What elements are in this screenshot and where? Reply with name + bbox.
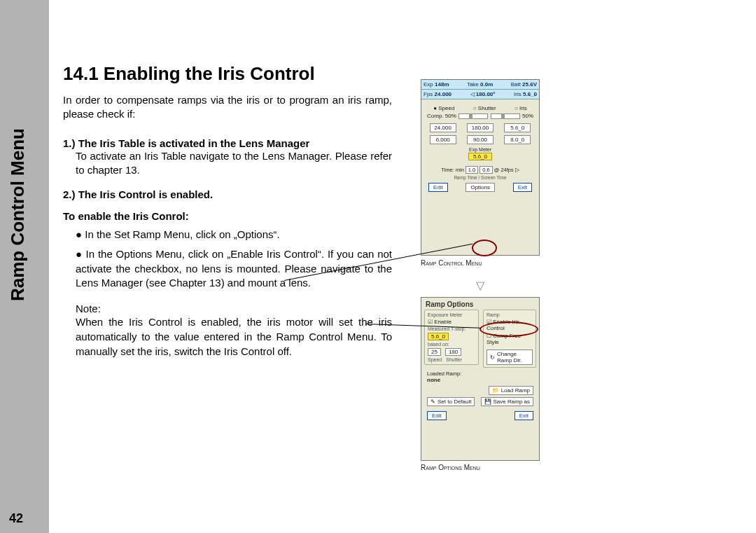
change-ramp-dir-button[interactable]: ↻ Change Ramp Dir. bbox=[486, 349, 533, 365]
shutter-sublabel: Shutter bbox=[446, 357, 462, 362]
load-ramp-button[interactable]: 📁 Load Ramp bbox=[489, 386, 533, 395]
loaded-ramp-value: none bbox=[427, 377, 533, 383]
ramp-screen-time-label: Ramp Time / Screen Time bbox=[424, 175, 536, 180]
comp-slider-right[interactable] bbox=[491, 113, 520, 119]
step-1-heading: 1.) The Iris Table is activated in the L… bbox=[63, 137, 392, 149]
page-content: 14.1 Enabling the Iris Control In order … bbox=[63, 63, 392, 359]
shutter-field-top[interactable]: 180.00 bbox=[467, 123, 493, 132]
exit-button[interactable]: Exit bbox=[513, 183, 532, 192]
fps-label: Fps bbox=[424, 91, 433, 97]
radio-iris[interactable]: Iris bbox=[514, 105, 527, 111]
radio-shutter[interactable]: Shutter bbox=[473, 105, 496, 111]
exposure-meter-group-title: Exposure Meter bbox=[428, 312, 475, 317]
batt-label: Batt bbox=[511, 81, 521, 88]
screenshot-ramp-control-menu: Exp 148m Take 0.0m Batt 25.6V Fps 24.000… bbox=[421, 79, 540, 256]
section-heading: 14.1 Enabling the Iris Control bbox=[63, 63, 392, 85]
disk-icon: 💾 bbox=[484, 399, 491, 405]
bullet-options: In the Set Ramp Menu, click on „Options“… bbox=[76, 228, 392, 242]
exp-label: Exp bbox=[424, 81, 433, 88]
pencil-icon: ✎ bbox=[430, 399, 435, 405]
enable-checkbox[interactable]: Enable bbox=[428, 319, 475, 325]
take-label: Take bbox=[467, 81, 479, 88]
play-icon[interactable]: ▷ bbox=[515, 167, 519, 173]
iris-value: 5.6_0 bbox=[523, 91, 537, 97]
batt-value: 25.6V bbox=[522, 81, 537, 88]
enable-subheading: To enable the Iris Conrol: bbox=[63, 210, 392, 222]
options-button[interactable]: Options bbox=[465, 183, 495, 192]
based-on-label: based on: bbox=[428, 342, 475, 347]
comp-value-left: 50% bbox=[445, 113, 456, 119]
note-label: Note: bbox=[76, 303, 392, 314]
based-shutter-field[interactable]: 180 bbox=[445, 348, 461, 356]
step-2-heading: 2.) The Iris Control is enabled. bbox=[63, 188, 392, 200]
folder-icon: 📁 bbox=[492, 387, 499, 394]
speed-field-top[interactable]: 24.000 bbox=[430, 123, 456, 132]
change-ramp-dir-icon: ↻ bbox=[490, 354, 495, 361]
angle-icon: ◁ bbox=[470, 91, 475, 97]
comp-value-right: 50% bbox=[522, 113, 533, 119]
time-fps: @ 24fps bbox=[494, 167, 514, 173]
radio-speed[interactable]: Speed bbox=[433, 105, 454, 111]
ramp-options-title: Ramp Options bbox=[421, 298, 539, 310]
exp-meter-value: 5.6_0 bbox=[468, 153, 492, 160]
time-field-a[interactable]: 1.0 bbox=[465, 166, 478, 174]
screenshot-ramp-options-menu: Ramp Options Exposure Meter Enable Measu… bbox=[421, 297, 540, 461]
sidebar: Ramp Control Menu 42 bbox=[0, 0, 49, 533]
shutter-field-bottom[interactable]: 90.00 bbox=[467, 135, 493, 144]
take-value: 0.0m bbox=[480, 81, 493, 88]
loaded-ramp-label: Loaded Ramp: bbox=[427, 371, 533, 377]
exp-meter-label: Exp Meter bbox=[424, 147, 536, 152]
highlight-ring-options bbox=[472, 240, 497, 256]
iris-field-top[interactable]: 5.6_0 bbox=[504, 123, 531, 132]
caption-ramp-control: Ramp Control Menu bbox=[421, 259, 482, 267]
exp-value: 148m bbox=[435, 81, 449, 88]
based-speed-field[interactable]: 25 bbox=[428, 348, 441, 356]
down-arrow-icon: ▽ bbox=[476, 279, 484, 292]
iris-label: Iris bbox=[514, 91, 522, 97]
note-body: When the Iris Control is enabled, the ir… bbox=[76, 314, 392, 359]
angle-value: 180.00° bbox=[476, 91, 496, 97]
enable-iris-control-checkbox[interactable]: Enable Iris Control bbox=[486, 319, 533, 331]
save-ramp-as-button[interactable]: 💾 Save Ramp as bbox=[481, 397, 533, 406]
options-exit-button[interactable]: Exit bbox=[514, 411, 533, 420]
edit-button[interactable]: Edit bbox=[428, 183, 448, 192]
options-edit-button[interactable]: Edit bbox=[427, 411, 447, 420]
caption-ramp-options: Ramp Options Menu bbox=[421, 464, 480, 471]
time-label: Time: min bbox=[441, 167, 464, 173]
page-number: 42 bbox=[9, 511, 23, 526]
speed-sublabel: Speed bbox=[428, 357, 442, 362]
speed-field-bottom[interactable]: 6.000 bbox=[430, 135, 456, 144]
sidebar-title: Ramp Control Menu bbox=[7, 128, 29, 301]
ramp-group-title: Ramp bbox=[486, 312, 533, 317]
step-1-body: To activate an Iris Table navigate to th… bbox=[76, 149, 392, 178]
set-to-default-button[interactable]: ✎ Set to Default bbox=[427, 397, 475, 406]
intro-paragraph: In order to compensate ramps via the iri… bbox=[63, 93, 392, 122]
comp-free-style-checkbox[interactable]: Comp Free Style bbox=[486, 333, 533, 345]
fps-value: 24.000 bbox=[435, 91, 451, 97]
time-field-b[interactable]: 0.6 bbox=[479, 166, 492, 174]
iris-field-bottom[interactable]: 8.0_0 bbox=[504, 135, 531, 144]
comp-label-left: Comp. bbox=[427, 113, 444, 119]
measured-tstop-value: 5.6_0 bbox=[428, 333, 449, 340]
comp-slider[interactable] bbox=[458, 113, 488, 119]
